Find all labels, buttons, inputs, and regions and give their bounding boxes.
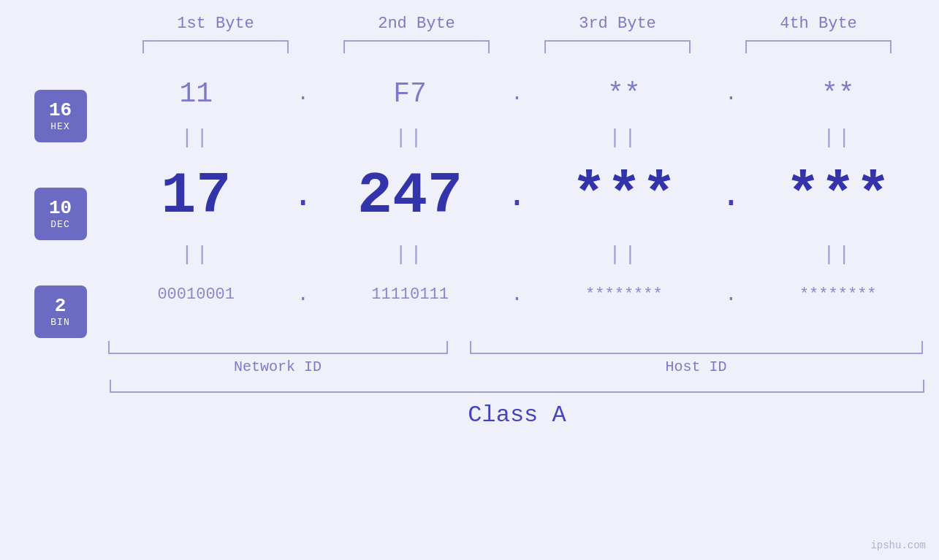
sep-1-2: || [330,126,490,149]
hex-dot-2: . [506,83,528,105]
hex-row: 11 . F7 . ** . ** [108,68,927,119]
class-label: Class A [108,402,927,429]
top-bracket-4 [745,40,892,53]
full-bottom-bracket [110,380,924,393]
dec-dot-2: . [506,178,528,213]
dec-dot-1: . [292,178,314,213]
sep-2-4: || [758,243,919,266]
sep-row-1: || || || || [108,119,927,156]
bottom-brackets-container: Network ID Host ID [108,341,927,375]
bin-cell-3: ******** [544,285,704,304]
badge-dec: 10 DEC [34,188,87,240]
dec-cell-2: 247 [330,163,490,229]
bin-row: 00010001 . 11110111 . ******** . *******… [108,272,927,316]
hex-cell-4: ** [758,78,919,110]
sep-1-1: || [115,126,276,149]
bin-cell-2: 11110111 [330,285,490,304]
hex-dot-3: . [720,83,742,105]
sep-row-2: || || || || [108,236,927,272]
host-bracket [470,341,923,354]
top-bracket-2 [343,40,490,53]
sep-2-1: || [115,243,276,266]
dec-dot-3: . [720,178,742,213]
top-bracket-row [115,40,919,53]
hex-cell-1: 11 [115,78,276,110]
byte-header-1: 1st Byte [135,15,296,33]
host-id-label: Host ID [470,358,923,375]
network-id-label: Network ID [108,358,448,375]
bin-dot-2: . [506,283,528,306]
sep-1-4: || [758,126,919,149]
bin-dot-3: . [720,283,742,306]
watermark: ipshu.com [870,540,926,551]
byte-header-3: 3rd Byte [537,15,698,33]
class-section: Class A [108,380,927,429]
top-bracket-1 [142,40,289,53]
network-id-section: Network ID [108,341,448,375]
badges-column: 16 HEX 10 DEC 2 BIN [13,68,108,338]
dec-cell-1: 17 [115,163,276,229]
network-bracket [108,341,448,354]
dec-cell-4: *** [758,163,919,229]
top-bracket-3 [544,40,691,53]
badge-hex: 16 HEX [34,90,87,142]
hex-cell-2: F7 [330,78,490,110]
dec-cell-3: *** [544,163,704,229]
main-container: 1st Byte 2nd Byte 3rd Byte 4th Byte 16 H… [0,0,939,560]
host-id-section: Host ID [470,341,923,375]
byte-header-4: 4th Byte [738,15,899,33]
byte-headers-row: 1st Byte 2nd Byte 3rd Byte 4th Byte [115,15,919,33]
values-grid: 11 . F7 . ** . ** || || || || 17 [108,68,927,316]
byte-header-2: 2nd Byte [336,15,497,33]
bin-cell-4: ******** [758,285,919,304]
sep-2-2: || [330,243,490,266]
bin-cell-1: 00010001 [115,285,276,304]
hex-dot-1: . [292,83,314,105]
sep-2-3: || [544,243,704,266]
dec-row: 17 . 247 . *** . *** [108,156,927,236]
bin-dot-1: . [292,283,314,306]
hex-cell-3: ** [544,78,704,110]
badge-bin: 2 BIN [34,285,87,338]
sep-1-3: || [544,126,704,149]
